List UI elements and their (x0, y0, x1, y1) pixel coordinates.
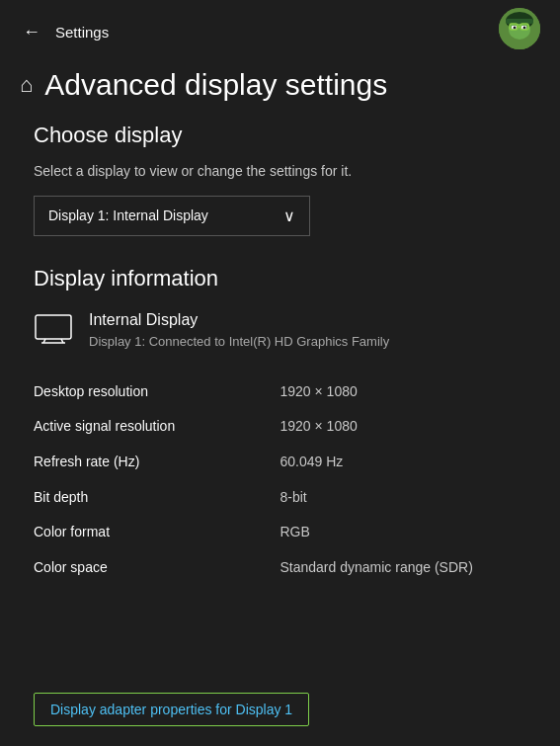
info-value: 60.049 Hz (280, 445, 527, 480)
table-row: Refresh rate (Hz)60.049 Hz (34, 445, 526, 480)
dropdown-value: Display 1: Internal Display (48, 207, 208, 223)
content: Choose display Select a display to view … (0, 123, 560, 585)
info-value: 1920 × 1080 (280, 374, 527, 410)
table-row: Color formatRGB (34, 515, 526, 550)
table-row: Active signal resolution1920 × 1080 (34, 409, 526, 445)
device-info: Internal Display Display 1: Connected to… (89, 311, 389, 351)
avatar-svg (499, 8, 540, 49)
display-info-title: Display information (34, 266, 526, 291)
info-value: 8-bit (280, 480, 527, 516)
info-label: Desktop resolution (34, 374, 280, 410)
svg-rect-11 (36, 315, 71, 339)
info-value: Standard dynamic range (SDR) (280, 550, 527, 586)
svg-point-6 (523, 27, 526, 30)
table-row: Color spaceStandard dynamic range (SDR) (34, 550, 526, 586)
display-info-table: Desktop resolution1920 × 1080Active sign… (34, 374, 526, 586)
monitor-icon (34, 313, 73, 349)
display-adapter-link[interactable]: Display adapter properties for Display 1 (34, 693, 309, 726)
info-label: Refresh rate (Hz) (34, 445, 280, 480)
info-label: Color format (34, 515, 280, 550)
page-title: Advanced display settings (44, 67, 387, 103)
device-name: Internal Display (89, 311, 389, 329)
info-value: RGB (280, 515, 527, 550)
choose-display-title: Choose display (34, 123, 526, 148)
page-title-section: ⌂ Advanced display settings (0, 57, 560, 123)
svg-point-5 (514, 27, 517, 30)
info-label: Color space (34, 550, 280, 586)
avatar (499, 8, 540, 49)
home-icon[interactable]: ⌂ (20, 72, 33, 98)
back-icon: ← (23, 22, 40, 42)
display-info-section: Display information Internal Display Dis… (34, 266, 526, 586)
info-label: Bit depth (34, 480, 280, 516)
table-row: Desktop resolution1920 × 1080 (34, 374, 526, 410)
back-button[interactable]: ← (16, 16, 47, 47)
header-title: Settings (55, 24, 109, 41)
info-value: 1920 × 1080 (280, 409, 527, 445)
bottom-section: Display adapter properties for Display 1 (34, 677, 526, 726)
svg-rect-7 (506, 19, 533, 24)
table-row: Bit depth8-bit (34, 480, 526, 516)
header: ← Settings (0, 0, 560, 57)
choose-display-description: Select a display to view or change the s… (34, 162, 526, 182)
choose-display-section: Choose display Select a display to view … (34, 123, 526, 236)
monitor-svg (34, 313, 73, 345)
device-description: Display 1: Connected to Intel(R) HD Grap… (89, 333, 389, 351)
chevron-down-icon: ∨ (283, 207, 295, 225)
info-label: Active signal resolution (34, 409, 280, 445)
display-dropdown[interactable]: Display 1: Internal Display ∨ (34, 196, 310, 236)
display-device: Internal Display Display 1: Connected to… (34, 311, 526, 351)
